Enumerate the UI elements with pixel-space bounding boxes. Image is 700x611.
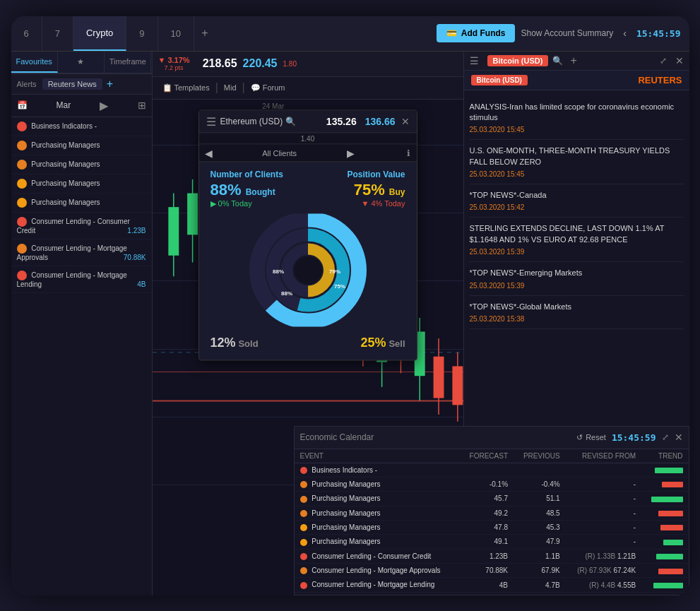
price-change-percent: ▼ 3.17% [158, 56, 190, 64]
tab-6[interactable]: 6 [11, 16, 42, 51]
event-name: Purchasing Managers [295, 492, 460, 506]
tab-10[interactable]: 10 [158, 16, 194, 51]
col-forecast: FORECAST [459, 449, 514, 463]
clock-display: 15:45:59 [636, 28, 681, 39]
col-revised: REVISED FROM [566, 449, 641, 463]
close-eco-icon[interactable]: ✕ [675, 432, 683, 443]
yellow-indicator-icon [17, 179, 27, 189]
sidebar-tab-timeframe[interactable]: Timeframe [105, 52, 151, 73]
nav-left-arrow[interactable]: ‹ [619, 28, 631, 39]
expand-eco-icon[interactable]: ⤢ [662, 432, 669, 442]
event-name: Purchasing Managers [295, 535, 460, 549]
add-funds-button[interactable]: 💳 Add Funds [437, 24, 516, 42]
table-row: Consumer Lending - Mortgage Lending 4B 4… [295, 578, 689, 592]
news-item[interactable]: U.S. ONE-MONTH, THREE-MONTH TREASURY YIE… [470, 140, 684, 184]
expand-news-icon[interactable]: ⤢ [660, 56, 667, 66]
event-name: Purchasing Managers Index - PMI - Markit… [295, 592, 460, 594]
mid-button[interactable]: Mid [220, 82, 241, 93]
add-feed-icon[interactable]: + [570, 54, 576, 67]
svg-text:88%: 88% [280, 290, 292, 296]
clients-panel: Number of Clients 88% Bought ▶ 0% Today … [199, 162, 417, 360]
eth-nav-left[interactable]: ◀ [205, 147, 213, 158]
sell-stat: 25% Sell [360, 335, 405, 350]
eth-search-icon[interactable]: 🔍 [285, 117, 296, 126]
close-eth-icon[interactable]: ✕ [401, 116, 410, 127]
list-item: Purchasing Managers [11, 194, 152, 213]
svg-point-56 [294, 256, 322, 284]
event-name: Purchasing Managers [295, 506, 460, 520]
sidebar-tab-favourites[interactable]: Favourites [11, 52, 58, 73]
sold-stat: 12% Sold [210, 335, 259, 350]
eco-header: Economic Calendar ↺ Reset 15:45:59 ⤢ ✕ [295, 427, 689, 449]
trend-bar [660, 525, 683, 530]
eth-panel-header: ☰ Ethereum (USD) 🔍 135.26 136.66 ✕ [199, 110, 417, 133]
trend-bar [655, 468, 683, 473]
sidebar-tab-star[interactable]: ★ [58, 52, 105, 73]
reuters-logo: REUTERS [638, 75, 682, 85]
yellow-indicator-icon [17, 198, 27, 208]
news-item[interactable]: STERLING EXTENDS DECLINE, LAST DOWN 1.1%… [470, 218, 684, 262]
orange-dot-icon [300, 510, 307, 517]
list-item: Purchasing Managers [11, 136, 152, 155]
news-item[interactable]: *TOP NEWS*-Global Markets 25.03.2020 15:… [470, 296, 684, 329]
hamburger-icon[interactable]: ☰ [470, 55, 479, 66]
bottom-stats: 12% Sold 25% Sell [210, 332, 405, 352]
red-dot-icon [300, 553, 307, 560]
event-name: Consumer Lending - Consumer Credit [295, 549, 460, 563]
reuters-news-tab[interactable]: Reuters News [42, 78, 102, 90]
news-item[interactable]: ANALYSIS-Iran has limited scope for coro… [470, 96, 684, 141]
month-forward-arrow[interactable]: ▶ [100, 99, 108, 112]
table-row: Purchasing Managers 49.1 47.9 - [295, 535, 689, 549]
month-nav: 📅 Mar ▶ ⊞ [11, 95, 152, 117]
news-title-2: U.S. ONE-MONTH, THREE-MONTH TREASURY YIE… [470, 146, 684, 167]
eco-clock: 15:45:59 [612, 432, 656, 443]
grid-view-icon[interactable]: ⊞ [138, 100, 146, 111]
add-feed-button[interactable]: + [107, 78, 113, 90]
donut-chart: 88% 79% 75% 88% [230, 213, 386, 326]
tab-7[interactable]: 7 [42, 16, 73, 51]
red-indicator-icon [17, 121, 27, 131]
table-row: Purchasing Managers 49.2 48.5 - [295, 506, 689, 520]
buy-percentage: 75% Buy [347, 180, 405, 198]
info-icon[interactable]: ℹ [407, 148, 410, 158]
bought-percentage: 88% Bought [210, 180, 283, 198]
templates-button[interactable]: 📋 Templates [158, 82, 214, 94]
event-name: Consumer Lending - Mortgage Approvals [295, 564, 460, 578]
today-position: ▼ 4% Today [347, 198, 405, 207]
svg-text:79%: 79% [328, 268, 340, 274]
reset-button[interactable]: ↺ Reset [576, 433, 606, 442]
eth-nav-right[interactable]: ▶ [347, 147, 355, 158]
search-icon[interactable]: 🔍 [552, 56, 563, 66]
trend-bar [651, 497, 683, 502]
bitcoin-badge: Bitcoin (USD) [487, 55, 549, 66]
event-list: Business Indicators - Purchasing Manager… [11, 117, 152, 293]
eth-ask-price: 136.66 [365, 116, 396, 127]
col-trend: TREND [641, 449, 688, 463]
add-tab-button[interactable]: + [194, 16, 215, 51]
yellow-dot-icon [300, 539, 307, 546]
forum-button[interactable]: 💬 Forum [247, 82, 290, 94]
news-item[interactable]: *TOP NEWS*-Emerging Markets 25.03.2020 1… [470, 262, 684, 295]
svg-text:88%: 88% [272, 268, 283, 274]
table-row: Purchasing Managers Index - PMI - Markit… [295, 592, 689, 594]
bitcoin-label-badge: Bitcoin (USD) [471, 75, 528, 85]
date-label-1: 24 Mar [262, 102, 284, 110]
news-title-1: ANALYSIS-Iran has limited scope for coro… [470, 102, 684, 124]
hamburger-eth-icon[interactable]: ☰ [206, 114, 216, 128]
show-account-button[interactable]: Show Account Summary [521, 28, 613, 38]
list-item: Purchasing Managers [11, 155, 152, 174]
tab-9[interactable]: 9 [126, 16, 158, 51]
orange-dot-icon [300, 567, 307, 574]
list-item: Consumer Lending - Consumer Credit 1.23B [11, 213, 152, 239]
news-item[interactable]: *TOP NEWS*-Canada 25.03.2020 15:42 [470, 184, 684, 218]
calendar-icon: 📅 [17, 100, 28, 110]
close-news-icon[interactable]: ✕ [675, 55, 684, 66]
red-dot-icon [300, 467, 307, 474]
orange-indicator-icon [17, 244, 27, 254]
sell-percentage: 25% Sell [360, 337, 405, 348]
ask-price: 220.45 [243, 57, 278, 70]
red-indicator-icon [17, 217, 27, 227]
eth-bid-price: 135.26 [326, 116, 357, 127]
tab-crypto[interactable]: Crypto [73, 16, 126, 51]
list-item: Business Indicators - [11, 117, 152, 136]
